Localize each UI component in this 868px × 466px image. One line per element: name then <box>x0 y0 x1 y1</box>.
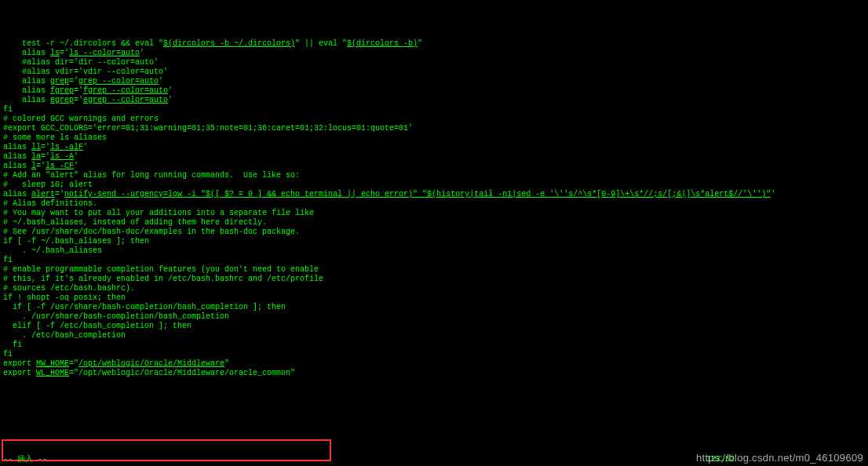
terminal-line: alias l='ls -CF' <box>3 162 865 171</box>
vim-mode-indicator: -- 插入 -- <box>3 455 47 464</box>
terminal-line: alias grep='grep --color=auto' <box>3 77 865 86</box>
terminal-line: # sources /etc/bash.bashrc). <box>3 284 865 293</box>
terminal-line: if ! shopt -oq posix; then <box>3 293 865 303</box>
terminal-line: # ~/.bash_aliases, instead of adding the… <box>3 218 865 228</box>
terminal-line: #export GCC_COLORS='error=01;31:warning=… <box>3 124 865 133</box>
terminal-line: # enable programmable completion feature… <box>3 265 865 275</box>
terminal-line: # You may want to put all your additions… <box>3 209 865 218</box>
terminal-line: . /usr/share/bash-completion/bash_comple… <box>3 312 865 322</box>
terminal-line: . ~/.bash_aliases <box>3 246 865 256</box>
terminal-line: . /etc/bash_completion <box>3 331 865 340</box>
terminal-line: alias la='ls -A' <box>3 152 865 162</box>
terminal-line: #alias vdir='vdir --color=auto' <box>3 67 865 77</box>
terminal-line: alias alert='notify-send --urgency=low -… <box>3 190 865 199</box>
terminal-line: # colored GCC warnings and errors <box>3 115 865 124</box>
terminal-line: #alias dir='dir --color=auto' <box>3 58 865 67</box>
terminal-line: alias ls='ls --color=auto' <box>3 49 865 58</box>
terminal-line: if [ -f ~/.bash_aliases ]; then <box>3 237 865 246</box>
terminal-line: alias ll='ls -alF' <box>3 143 865 152</box>
cursor-position: 123,52 <box>706 455 735 464</box>
terminal-line: # sleep 10; alert <box>3 180 865 190</box>
terminal-line: if [ -f /usr/share/bash-completion/bash_… <box>3 303 865 312</box>
terminal-line: elif [ -f /etc/bash_completion ]; then <box>3 322 865 331</box>
terminal-line: test -r ~/.dircolors && eval "$(dircolor… <box>3 39 865 49</box>
terminal-line: # Add an "alert" alias for long running … <box>3 171 865 180</box>
terminal-editor[interactable]: test -r ~/.dircolors && eval "$(dircolor… <box>3 39 865 466</box>
terminal-line: # See /usr/share/doc/bash-doc/examples i… <box>3 228 865 237</box>
terminal-line: # some more ls aliases <box>3 133 865 143</box>
terminal-line: alias fgrep='fgrep --color=auto' <box>3 86 865 96</box>
terminal-line: # this, if it's already enabled in /etc/… <box>3 275 865 284</box>
terminal-line: fi <box>3 256 865 265</box>
terminal-line: export MW_HOME="/opt/weblogic/Oracle/Mid… <box>3 359 865 369</box>
terminal-line: fi <box>3 340 865 350</box>
terminal-line: fi <box>3 350 865 359</box>
terminal-line: export WL_HOME="/opt/weblogic/Oracle/Mid… <box>3 369 865 378</box>
terminal-line: alias egrep='egrep --color=auto' <box>3 96 865 105</box>
terminal-line: fi <box>3 105 865 115</box>
terminal-line: # Alias definitions. <box>3 199 865 209</box>
